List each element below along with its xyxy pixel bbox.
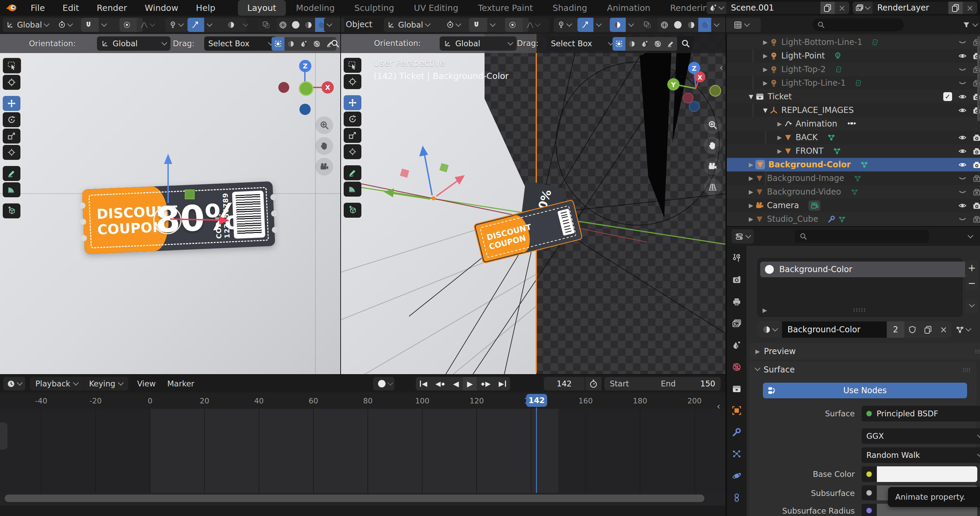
outliner-row-light-point[interactable]: ▶ Light-Point xyxy=(727,49,980,63)
timeline-collapse-arrow[interactable]: ‹ xyxy=(717,401,721,412)
left-proportional-falloff-dropdown[interactable] xyxy=(137,18,167,32)
material-users-button[interactable]: 2 xyxy=(887,321,904,338)
outliner-row-back[interactable]: ▶ BACK xyxy=(727,130,980,144)
base-color-swatch[interactable] xyxy=(877,466,977,482)
copy-material-button[interactable] xyxy=(920,321,936,338)
hide-viewport-toggle[interactable] xyxy=(958,134,972,141)
hide-viewport-toggle[interactable] xyxy=(958,215,972,223)
disable-render-toggle[interactable] xyxy=(972,202,980,210)
playhead-line[interactable] xyxy=(536,408,537,493)
tab-texture-paint[interactable]: Texture Paint xyxy=(469,0,542,16)
left-overlays-dropdown[interactable] xyxy=(240,18,261,32)
tool-rotate[interactable] xyxy=(344,111,361,127)
current-frame-field[interactable]: 142 xyxy=(544,377,585,391)
select-lasso-button[interactable] xyxy=(310,40,323,48)
surface-shader-button[interactable]: Principled BSDF xyxy=(862,406,980,421)
select-tweak-button[interactable] xyxy=(612,37,625,51)
browse-material-button[interactable] xyxy=(757,321,782,338)
material-name-field[interactable]: Background-Color xyxy=(782,321,887,338)
outliner-row-animation[interactable]: ▶ Animation xyxy=(727,117,980,130)
viewport-camera-view-button[interactable] xyxy=(704,157,721,175)
tab-uv-editing[interactable]: UV Editing xyxy=(404,0,468,16)
scene-name-field[interactable]: Scene.001 xyxy=(726,2,821,14)
viewport-pan-button[interactable] xyxy=(704,137,721,154)
outliner-row-light-top-line-1[interactable]: ▶ Light-Top-Line-1 xyxy=(727,76,980,90)
outliner-scrollbar[interactable] xyxy=(977,36,980,121)
menu-window[interactable]: Window xyxy=(136,3,187,13)
outliner-search-input[interactable] xyxy=(813,18,904,31)
outliner-row-light-top-2[interactable]: ▶ Light-Top-2 xyxy=(727,63,980,76)
right-shading-dropdown[interactable] xyxy=(711,18,732,32)
right-transform-orientation-dropdown[interactable]: Global xyxy=(384,18,446,32)
tab-collection[interactable] xyxy=(732,378,741,400)
tool-rotate[interactable] xyxy=(3,112,21,127)
frame-end-field[interactable]: End 150 xyxy=(655,377,721,391)
tool-measure[interactable] xyxy=(344,182,361,197)
scene-copy-button[interactable] xyxy=(821,2,835,14)
outliner-row-background-video[interactable]: ▶ Background-Video xyxy=(727,185,980,198)
distribution-dropdown[interactable]: GGX xyxy=(862,428,980,444)
tab-world[interactable] xyxy=(732,356,741,378)
tool-select-box[interactable] xyxy=(344,58,361,73)
blender-logo-icon[interactable] xyxy=(5,3,17,13)
right-proportional-falloff-dropdown[interactable] xyxy=(523,18,549,32)
tab-layout[interactable]: Layout xyxy=(238,0,286,16)
auto-keying-options[interactable] xyxy=(388,380,393,386)
tool-add-cube[interactable] xyxy=(344,203,361,218)
material-specials-dropdown[interactable] xyxy=(965,298,978,313)
panel-preview[interactable]: ▶ Preview ⁝⁝⁝⁝ xyxy=(749,343,980,360)
hide-viewport-toggle[interactable] xyxy=(958,79,972,87)
timeline-menu-view[interactable]: View xyxy=(137,379,156,388)
viewport-perspective-button[interactable] xyxy=(704,178,721,196)
tab-tool[interactable] xyxy=(732,246,741,269)
tab-object-data[interactable] xyxy=(732,508,741,516)
tool-transform[interactable] xyxy=(3,145,21,160)
outliner-row-front[interactable]: ▶ FRONT xyxy=(727,144,980,158)
viewport-right[interactable]: 80% DISCOUNT COUPON xyxy=(341,34,725,374)
tab-output[interactable] xyxy=(732,291,741,313)
timeline-menu-marker[interactable]: Marker xyxy=(167,379,194,388)
material-slot-item[interactable]: Background-Color xyxy=(760,262,969,277)
use-nodes-button[interactable]: Use Nodes xyxy=(763,383,967,398)
left-gizmos-dropdown[interactable] xyxy=(204,18,224,32)
outliner-row-light-bottom-line-1[interactable]: ▶ Light-Bottom-Line-1 xyxy=(727,35,980,49)
tab-particles[interactable] xyxy=(732,443,741,465)
outliner-row-ticket[interactable]: ▼ Ticket ✓ xyxy=(727,90,980,103)
hide-viewport-toggle[interactable] xyxy=(958,106,972,114)
outliner-row-background-color[interactable]: ▶ Background-Color xyxy=(727,158,980,171)
menu-file[interactable]: File xyxy=(22,3,54,13)
tool-cursor[interactable] xyxy=(3,75,21,90)
jump-to-end-button[interactable]: ▶ xyxy=(495,377,510,391)
disable-render-toggle[interactable] xyxy=(972,147,980,156)
view-layer-copy-button[interactable] xyxy=(948,2,963,14)
tab-animation[interactable]: Animation xyxy=(598,0,660,16)
next-keyframe-button[interactable]: ◆▶ xyxy=(477,377,495,391)
left-shading-material-button[interactable] xyxy=(302,18,315,32)
outliner-row-background-image[interactable]: ▶ Background-Image xyxy=(727,171,980,185)
panel-surface-header[interactable]: Surface ⁝⁝⁝⁝ xyxy=(749,362,977,378)
fake-user-button[interactable] xyxy=(904,321,920,338)
left-shading-dropdown[interactable] xyxy=(324,18,344,32)
select-paint-button[interactable] xyxy=(664,40,677,48)
disable-render-toggle[interactable] xyxy=(972,188,980,196)
tab-view-layer[interactable] xyxy=(732,313,741,334)
axis-gizmo-neg-z[interactable] xyxy=(299,104,311,115)
auto-keying-record-button[interactable] xyxy=(378,380,385,387)
tab-shading[interactable]: Shading xyxy=(543,0,597,16)
select-box-button[interactable] xyxy=(285,40,298,48)
hide-viewport-toggle[interactable] xyxy=(958,66,972,73)
properties-search-input[interactable] xyxy=(795,230,929,243)
scene-browse-button[interactable] xyxy=(706,2,726,14)
select-tweak-button[interactable] xyxy=(272,37,285,51)
hide-viewport-toggle[interactable] xyxy=(958,38,972,46)
disable-render-toggle[interactable] xyxy=(972,215,980,224)
tool-add-cube[interactable] xyxy=(3,203,21,218)
tool-search-icon[interactable] xyxy=(681,39,690,48)
right-shading-rendered-button[interactable] xyxy=(698,18,712,32)
select-circle-button[interactable] xyxy=(638,40,651,48)
left-shading-solid-button[interactable] xyxy=(290,18,302,32)
hide-viewport-toggle[interactable] xyxy=(958,202,972,210)
tool-search-icon[interactable] xyxy=(331,39,340,48)
tool-measure[interactable] xyxy=(3,182,21,197)
tool-move[interactable] xyxy=(344,95,361,110)
